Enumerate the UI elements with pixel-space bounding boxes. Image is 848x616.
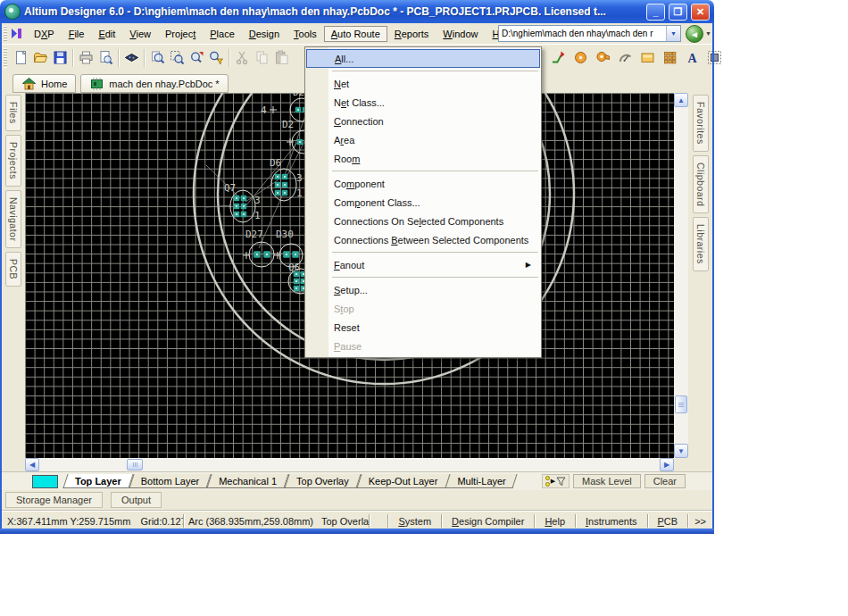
open-document-icon[interactable] bbox=[30, 48, 50, 68]
menubar-drag-handle[interactable] bbox=[4, 26, 7, 42]
status-button-system[interactable]: System bbox=[387, 514, 441, 528]
vertical-scrollbar[interactable]: ▲ ▼ bbox=[674, 93, 688, 458]
menu-item-area[interactable]: Area bbox=[306, 130, 540, 149]
menu-item-stop: Stop bbox=[306, 299, 540, 318]
menubar-item-edit[interactable]: Edit bbox=[91, 26, 122, 42]
place-fill-icon[interactable] bbox=[637, 47, 657, 67]
horizontal-scroll-thumb[interactable] bbox=[127, 459, 143, 470]
vertical-scroll-thumb[interactable] bbox=[675, 395, 687, 413]
restore-button[interactable]: ❐ bbox=[669, 4, 687, 21]
left-panel-tab-projects[interactable]: Projects bbox=[5, 135, 21, 187]
layer-tab-bottom-layer[interactable]: Bottom Layer bbox=[131, 474, 209, 488]
mask-filter-icon[interactable]: ▶ bbox=[542, 474, 569, 488]
menu-item-pause: Pause bbox=[306, 337, 540, 355]
status-button-help[interactable]: Help bbox=[534, 514, 575, 528]
title-bar[interactable]: Altium Designer 6.0 - D:\nghiem\mach den… bbox=[0, 0, 714, 23]
menubar-item-place[interactable]: Place bbox=[203, 26, 242, 42]
address-combo[interactable]: D:\nghiem\mach den nhay\mach den r ▼ bbox=[498, 25, 681, 42]
active-layer-color-swatch[interactable] bbox=[32, 475, 58, 488]
menubar-item-tools[interactable]: Tools bbox=[287, 26, 324, 42]
history-back-button[interactable]: ◄ bbox=[686, 25, 703, 43]
save-icon[interactable] bbox=[50, 48, 70, 68]
menu-item-room[interactable]: Room bbox=[306, 149, 540, 168]
menubar-item-window[interactable]: Window bbox=[436, 26, 485, 42]
zoom-selection-icon[interactable] bbox=[187, 48, 206, 68]
layer-tab-mechanical-1[interactable]: Mechanical 1 bbox=[209, 474, 287, 488]
clear-button[interactable]: Clear bbox=[644, 474, 686, 488]
doc-tab-home[interactable]: Home bbox=[12, 74, 76, 93]
pad-hole bbox=[277, 176, 279, 178]
left-panel-tab-files[interactable]: Files bbox=[5, 95, 21, 131]
menu-item-component-class[interactable]: Component Class... bbox=[306, 193, 540, 212]
scroll-down-icon[interactable]: ▼ bbox=[674, 444, 688, 458]
hovered-primitive: Arc (368.935mm,259.08mm) bbox=[188, 516, 313, 527]
zoom-document-icon[interactable] bbox=[147, 48, 167, 68]
window-border-left bbox=[0, 23, 2, 534]
ratsnest-line bbox=[245, 180, 278, 202]
menu-item-net[interactable]: Net bbox=[306, 74, 540, 93]
scrollbar-corner bbox=[674, 458, 688, 471]
panel-button-output[interactable]: Output bbox=[111, 492, 162, 508]
dots-icon bbox=[545, 476, 550, 487]
menubar-item-project[interactable]: Project bbox=[158, 26, 203, 42]
history-dropdown-icon[interactable]: ▼ bbox=[705, 30, 711, 37]
status-button-pcb[interactable]: PCB bbox=[647, 514, 688, 528]
menu-bar: DXPFileEditViewProjectPlaceDesignToolsAu… bbox=[2, 23, 712, 44]
desktop: { "window": { "title": "Altium Designer … bbox=[0, 0, 848, 616]
close-button[interactable]: ✕ bbox=[691, 4, 710, 21]
scroll-right-icon[interactable]: ▶ bbox=[660, 458, 674, 471]
mask-level-button[interactable]: Mask Level bbox=[573, 474, 641, 488]
panel-overflow-button[interactable]: >> bbox=[687, 514, 712, 528]
menubar-item-view[interactable]: View bbox=[122, 26, 158, 42]
place-arc-icon[interactable] bbox=[615, 47, 635, 67]
place-string-icon[interactable]: A bbox=[682, 47, 702, 67]
place-array-icon[interactable] bbox=[660, 47, 679, 67]
place-via-icon[interactable] bbox=[593, 47, 612, 67]
zoom-filter-icon[interactable] bbox=[206, 48, 226, 68]
scroll-up-icon[interactable]: ▲ bbox=[674, 93, 688, 107]
place-component-icon[interactable] bbox=[704, 47, 724, 67]
menubar-item-file[interactable]: File bbox=[62, 26, 92, 42]
minimize-button[interactable]: _ bbox=[646, 4, 665, 21]
pad-hole bbox=[243, 197, 245, 199]
print-preview-icon[interactable] bbox=[96, 48, 115, 68]
print-icon[interactable] bbox=[76, 48, 96, 68]
menu-item-reset[interactable]: Reset bbox=[306, 318, 540, 337]
status-button-instruments[interactable]: Instruments bbox=[575, 514, 646, 528]
menu-item-connections-on-selected-components[interactable]: Connections On Selected Components bbox=[306, 212, 540, 230]
cut-icon bbox=[232, 48, 252, 68]
interactive-routing-icon[interactable] bbox=[548, 47, 568, 67]
scroll-left-icon[interactable]: ◀ bbox=[25, 458, 39, 471]
layer-tab-top-layer[interactable]: Top Layer bbox=[65, 474, 131, 488]
pad-hole bbox=[284, 176, 286, 178]
menubar-item-dxp[interactable]: DXP bbox=[27, 26, 62, 42]
menubar-item-design[interactable]: Design bbox=[242, 26, 287, 42]
zoom-area-icon[interactable] bbox=[167, 48, 187, 68]
menubar-item-reports[interactable]: Reports bbox=[387, 26, 436, 42]
left-panel-tab-navigator[interactable]: Navigator bbox=[5, 190, 21, 248]
layer-tab-top-overlay[interactable]: Top Overlay bbox=[287, 474, 359, 488]
menu-item-setup[interactable]: Setup... bbox=[306, 280, 540, 299]
board-3d-icon[interactable] bbox=[121, 48, 141, 68]
layer-tab-multi-layer[interactable]: Multi-Layer bbox=[447, 474, 515, 488]
left-panel-tab-pcb[interactable]: PCB bbox=[5, 252, 21, 287]
right-panel-tab-clipboard[interactable]: Clipboard bbox=[693, 155, 709, 213]
address-dropdown-icon[interactable]: ▼ bbox=[666, 26, 680, 41]
menu-item-component[interactable]: Component bbox=[306, 174, 540, 193]
place-pad-icon[interactable] bbox=[570, 47, 590, 67]
menubar-item-auto-route[interactable]: Auto Route bbox=[324, 26, 387, 42]
doc-tab-mach-den-nhay-pcbdoc-[interactable]: mach den nhay.PcbDoc * bbox=[80, 74, 228, 93]
right-panel-tab-libraries[interactable]: Libraries bbox=[693, 217, 709, 271]
new-document-icon[interactable] bbox=[11, 48, 30, 68]
status-button-design-compiler[interactable]: Design Compiler bbox=[441, 514, 534, 528]
layer-tab-keep-out-layer[interactable]: Keep-Out Layer bbox=[359, 474, 448, 488]
menu-item-connection[interactable]: Connection bbox=[306, 112, 540, 130]
right-panel-tab-favorites[interactable]: Favorites bbox=[693, 95, 709, 152]
menu-item-connections-between-selected-components[interactable]: Connections Between Selected Components bbox=[306, 230, 540, 249]
menu-item-all[interactable]: All... bbox=[306, 49, 540, 68]
menu-item-fanout[interactable]: Fanout▶ bbox=[306, 255, 540, 274]
horizontal-scrollbar[interactable]: ◀ ▶ bbox=[25, 458, 674, 471]
menu-item-net-class[interactable]: Net Class... bbox=[306, 93, 540, 112]
toolbar-drag-handle[interactable] bbox=[4, 48, 7, 68]
panel-button-storage-manager[interactable]: Storage Manager bbox=[5, 492, 103, 508]
